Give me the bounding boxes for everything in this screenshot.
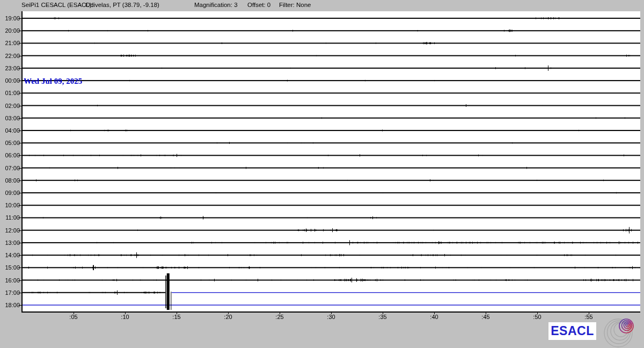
hour-label: 04:00: [0, 127, 20, 134]
hour-label: 03:00: [0, 115, 20, 121]
minute-tick-label: :35: [371, 314, 394, 320]
hour-label: 12:00: [0, 227, 20, 234]
hour-label: 10:00: [0, 202, 20, 208]
helicorder-plot[interactable]: [0, 0, 644, 348]
helicorder-app-window: SeiPi1 CESACL (ESACL): Odivelas, PT (38.…: [0, 0, 644, 348]
filter-label: Filter: None: [279, 2, 311, 8]
hour-label: 11:00: [0, 214, 20, 221]
seismic-spiral-icon: [602, 316, 644, 347]
minute-tick-label: :15: [165, 314, 188, 320]
magnification-label: Magnification: 3: [194, 2, 238, 8]
hour-label: 13:00: [0, 240, 20, 246]
minute-tick-label: :40: [422, 314, 446, 320]
minute-tick-label: :05: [62, 314, 85, 320]
hour-label: 16:00: [0, 277, 20, 284]
hour-label: 05:00: [0, 140, 20, 146]
hour-label: 18:00: [0, 302, 20, 308]
hour-label: 19:00: [0, 15, 20, 21]
minute-tick-label: :25: [268, 314, 291, 320]
hour-label: 08:00: [0, 177, 20, 184]
hour-label: 07:00: [0, 165, 20, 171]
hour-label: 20:00: [0, 27, 20, 34]
minute-tick-label: :20: [216, 314, 240, 320]
hour-label: 09:00: [0, 190, 20, 196]
hour-label: 21:00: [0, 40, 20, 46]
minute-tick-label: :45: [474, 314, 497, 320]
minute-tick-label: :10: [113, 314, 137, 320]
minute-tick-label: :50: [525, 314, 549, 320]
hour-label: 17:00: [0, 289, 20, 296]
hour-label: 00:00: [0, 77, 20, 84]
hour-label: 15:00: [0, 264, 20, 271]
hour-label: 06:00: [0, 152, 20, 158]
logo-esacl-text: ESACL: [551, 324, 594, 338]
hour-label: 23:00: [0, 65, 20, 71]
hour-label: 01:00: [0, 90, 20, 96]
hour-label: 14:00: [0, 252, 20, 258]
offset-label: Offset: 0: [247, 2, 270, 8]
minute-tick-label: :55: [577, 314, 601, 320]
date-marker: Wed Jul 09, 2025: [24, 77, 82, 86]
minute-tick-label: :30: [319, 314, 343, 320]
station-title: SeiPi1 CESACL (ESACL):: [21, 2, 93, 8]
hour-label: 22:00: [0, 53, 20, 59]
hour-label: 02:00: [0, 103, 20, 109]
logo-esacl: ESACL: [548, 322, 596, 340]
station-location: Odivelas, PT (38.79, -9.18): [85, 2, 159, 8]
